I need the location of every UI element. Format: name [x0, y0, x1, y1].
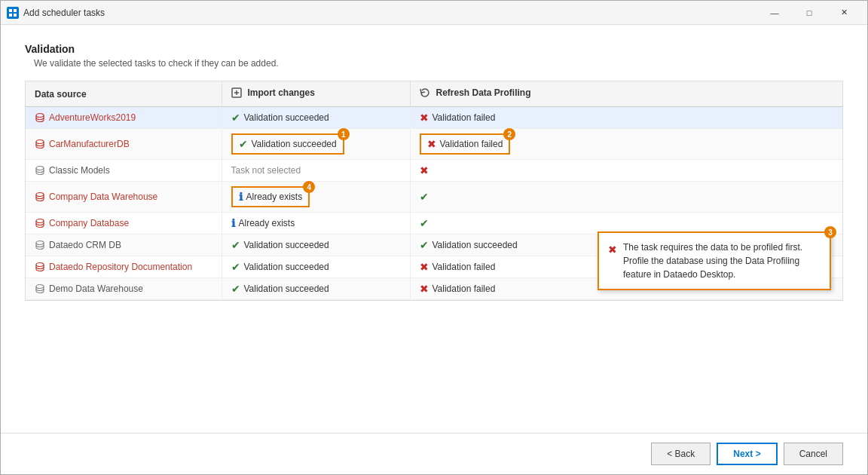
fail-icon: ✖ [420, 261, 429, 273]
badge-2: 2 [503, 128, 515, 140]
svg-point-10 [36, 193, 44, 197]
import-icon [231, 87, 242, 98]
svg-point-11 [36, 219, 44, 223]
svg-point-7 [36, 114, 44, 118]
table-wrapper: Data source Import changes [25, 81, 843, 301]
success-icon: ✔ [231, 112, 240, 124]
window-title: Add scheduler tasks [23, 8, 757, 18]
badge-4: 4 [303, 181, 315, 193]
validation-title: Validation [25, 43, 843, 55]
svg-rect-0 [9, 9, 12, 12]
cancel-button[interactable]: Cancel [784, 443, 843, 465]
import-cell: Task not selected [222, 160, 410, 182]
import-cell: ✔ Validation succeeded [222, 278, 410, 300]
svg-rect-2 [9, 14, 12, 17]
fail-icon: ✖ [420, 164, 429, 176]
fail-icon: ✖ [420, 283, 429, 295]
import-cell-alreadyexists-highlighted: ℹ Already exists 4 [222, 182, 410, 213]
ds-cell: Dataedo Repository Documentation [26, 256, 222, 278]
col-header-import: Import changes [222, 81, 410, 107]
dialog-footer: < Back Next > Cancel [1, 433, 867, 474]
col-header-datasource: Data source [26, 81, 222, 107]
db-grey-icon [35, 240, 45, 250]
db-icon [35, 192, 45, 202]
tooltip-fail-icon: ✖ [608, 242, 617, 258]
titlebar: Add scheduler tasks — □ ✕ [1, 1, 867, 25]
db-grey-icon [35, 283, 45, 294]
next-button[interactable]: Next > [717, 443, 777, 465]
import-cell: ✔ Validation succeeded [222, 256, 410, 278]
minimize-button[interactable]: — [757, 1, 792, 25]
table-row: AdventureWorks2019 ✔ Validation succeede… [26, 107, 842, 129]
refresh-cell-highlighted: ✖ Validation failed 2 [410, 129, 842, 160]
db-icon [35, 218, 45, 228]
import-cell-highlighted: ✔ Validation succeeded 1 [222, 129, 410, 160]
import-cell: ✔ Validation succeeded [222, 234, 410, 256]
back-button[interactable]: < Back [651, 443, 711, 465]
success-icon: ✔ [420, 217, 429, 229]
content-area: Validation We validate the selected task… [1, 25, 867, 433]
ds-cell: Company Database [26, 213, 222, 234]
table-row: Company Data Warehouse ℹ Already exists … [26, 182, 842, 213]
ds-cell: Dataedo CRM DB [26, 234, 222, 256]
svg-point-9 [36, 167, 44, 170]
success-icon: ✔ [231, 283, 240, 295]
success-icon: ✔ [239, 138, 248, 150]
svg-point-14 [36, 285, 44, 289]
ds-cell: Demo Data Warehouse [26, 278, 222, 300]
tooltip-text: The task requires the data to be profile… [623, 241, 821, 281]
refresh-cell: ✖ Validation failed [410, 107, 842, 129]
success-icon: ✔ [231, 261, 240, 273]
col-header-refresh: Refresh Data Profiling [410, 81, 842, 107]
ds-cell: CarManufacturerDB [26, 129, 222, 160]
svg-point-13 [36, 263, 44, 267]
db-grey-icon [35, 165, 45, 176]
refresh-cell: ✖ [410, 160, 842, 182]
tooltip-popup: ✖ The task requires the data to be profi… [598, 231, 831, 290]
db-icon [35, 139, 45, 149]
table-row: CarManufacturerDB ✔ Validation succeeded… [26, 129, 842, 160]
table-header-row: Data source Import changes [26, 81, 842, 107]
validation-header: Validation We validate the selected task… [25, 43, 843, 69]
fail-icon: ✖ [420, 112, 429, 124]
success-icon: ✔ [420, 239, 429, 251]
maximize-button[interactable]: □ [792, 1, 827, 25]
svg-rect-1 [14, 9, 17, 12]
svg-point-12 [36, 241, 44, 245]
success-icon: ✔ [420, 191, 429, 203]
ds-cell: AdventureWorks2019 [26, 107, 222, 129]
ds-cell: Classic Models [26, 160, 222, 182]
svg-point-8 [36, 140, 44, 144]
main-window: Add scheduler tasks — □ ✕ Validation We … [0, 0, 868, 475]
refresh-icon [420, 87, 430, 98]
validation-subtitle: We validate the selected tasks to check … [34, 58, 843, 69]
fail-icon: ✖ [427, 138, 436, 150]
ds-cell: Company Data Warehouse [26, 182, 222, 213]
table-row: Classic Models Task not selected ✖ [26, 160, 842, 182]
import-cell: ✔ Validation succeeded [222, 107, 410, 129]
svg-rect-3 [14, 14, 17, 17]
window-controls: — □ ✕ [757, 1, 861, 25]
info-icon: ℹ [239, 191, 243, 203]
import-cell: ℹ Already exists [222, 213, 410, 234]
db-icon [35, 262, 45, 272]
app-icon [7, 7, 19, 19]
info-icon: ℹ [231, 217, 235, 229]
badge-3: 3 [824, 226, 836, 238]
success-icon: ✔ [231, 239, 240, 251]
badge-1: 1 [338, 128, 350, 140]
refresh-cell: ✔ [410, 182, 842, 213]
close-button[interactable]: ✕ [827, 1, 861, 25]
db-icon [35, 112, 45, 123]
